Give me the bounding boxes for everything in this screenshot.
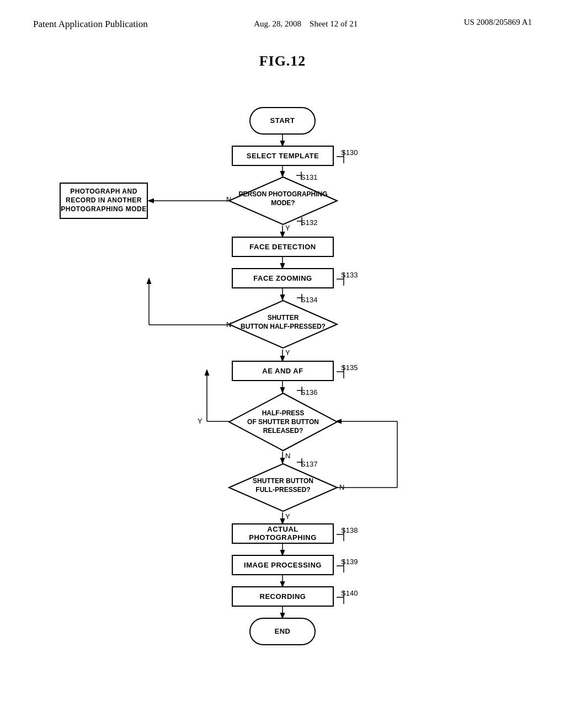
face-zooming-node: FACE ZOOMING: [232, 268, 334, 288]
svg-text:BUTTON HALF-PRESSED?: BUTTON HALF-PRESSED?: [241, 323, 326, 330]
s130-bracket: [334, 146, 367, 168]
s139-bracket: [334, 555, 367, 577]
figure-title: FIG.12: [0, 53, 565, 69]
header-date: Aug. 28, 2008: [254, 19, 301, 28]
shutter-full-pressed-diamond: SHUTTER BUTTON FULL-PRESSED?: [228, 463, 338, 512]
svg-text:MODE?: MODE?: [271, 199, 295, 207]
shutter-half-n-label: N: [226, 320, 231, 329]
s133-bracket: [334, 268, 367, 290]
svg-text:PERSON  PHOTOGRAPHING: PERSON PHOTOGRAPHING: [238, 190, 327, 198]
svg-text:OF SHUTTER BUTTON: OF SHUTTER BUTTON: [247, 418, 319, 426]
svg-text:SHUTTER BUTTON: SHUTTER BUTTON: [253, 477, 313, 485]
half-press-released-diamond: HALF-PRESS OF SHUTTER BUTTON RELEASED?: [228, 392, 338, 452]
actual-photographing-node: ACTUAL PHOTOGRAPHING: [232, 523, 334, 544]
person-photo-y-label: Y: [285, 224, 290, 232]
s135-bracket: [334, 361, 367, 383]
half-press-released-y-label: Y: [198, 417, 202, 425]
select-template-node: SELECT TEMPLATE: [232, 146, 334, 166]
flowchart: START SELECT TEMPLATE S130 S131 PERSON P…: [0, 75, 565, 698]
s132-bracket: [294, 216, 322, 227]
s140-bracket: [334, 586, 367, 608]
image-processing-node: IMAGE PROCESSING: [232, 555, 334, 575]
shutter-full-y-label: Y: [285, 512, 290, 521]
svg-text:HALF-PRESS: HALF-PRESS: [262, 409, 305, 417]
shutter-half-y-label: Y: [285, 349, 290, 357]
photograph-another-node: PHOTOGRAPH AND RECORD IN ANOTHER PHOTOGR…: [60, 183, 148, 219]
ae-af-node: AE AND AF: [232, 361, 334, 381]
recording-node: RECORDING: [232, 586, 334, 607]
end-node: END: [249, 618, 316, 645]
patent-number: US 2008/205869 A1: [464, 18, 532, 27]
s138-bracket: [334, 523, 367, 545]
half-press-released-n-label: N: [285, 452, 290, 460]
start-node: START: [249, 107, 316, 135]
shutter-half-pressed-diamond: SHUTTER BUTTON HALF-PRESSED?: [228, 299, 338, 349]
svg-text:FULL-PRESSED?: FULL-PRESSED?: [255, 486, 310, 494]
svg-text:SHUTTER: SHUTTER: [268, 314, 299, 322]
face-detection-node: FACE DETECTION: [232, 237, 334, 257]
header-sheet: Sheet 12 of 21: [310, 19, 358, 28]
svg-text:RELEASED?: RELEASED?: [263, 427, 303, 435]
patent-title: Patent Application Publication: [33, 18, 148, 31]
header-sheet-info: Aug. 28, 2008 Sheet 12 of 21: [254, 18, 358, 30]
shutter-full-n-label: N: [339, 483, 344, 491]
person-photographing-diamond: PERSON PHOTOGRAPHING MODE?: [228, 176, 338, 226]
person-photo-n-label: N: [226, 195, 231, 204]
